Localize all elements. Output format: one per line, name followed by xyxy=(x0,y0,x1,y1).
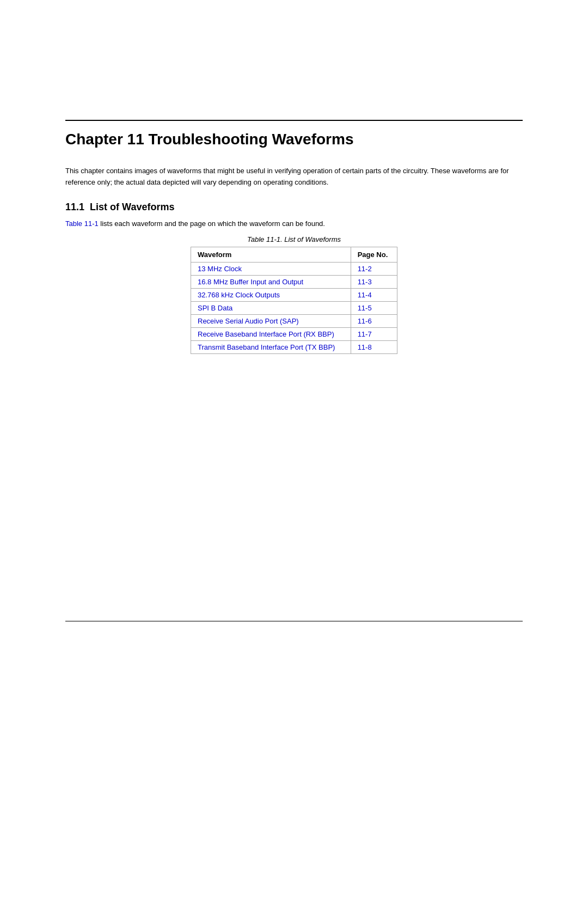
page-cell[interactable]: 11-6 xyxy=(351,314,397,327)
section-title: 11.1 List of Waveforms xyxy=(65,202,523,213)
waveform-cell[interactable]: SPI B Data xyxy=(191,301,351,314)
table-row: Receive Baseband Interface Port (RX BBP)… xyxy=(191,327,397,340)
page-cell[interactable]: 11-3 xyxy=(351,275,397,288)
waveforms-table: Waveform Page No. 13 MHz Clock11-216.8 M… xyxy=(191,247,397,354)
waveform-cell[interactable]: Receive Baseband Interface Port (RX BBP) xyxy=(191,327,351,340)
intro-text-after: lists each waveform and the page on whic… xyxy=(99,219,325,228)
table-header-row: Waveform Page No. xyxy=(191,247,397,262)
col-header-page: Page No. xyxy=(351,247,397,262)
chapter-intro: This chapter contains images of waveform… xyxy=(65,166,523,188)
waveform-cell[interactable]: 16.8 MHz Buffer Input and Output xyxy=(191,275,351,288)
table-row: 32.768 kHz Clock Outputs11-4 xyxy=(191,288,397,301)
table-caption: Table 11-1. List of Waveforms xyxy=(65,235,523,243)
section-intro-text: Table 11-1 lists each waveform and the p… xyxy=(65,219,523,228)
page-cell[interactable]: 11-5 xyxy=(351,301,397,314)
page-cell[interactable]: 11-8 xyxy=(351,340,397,353)
section-name: List of Waveforms xyxy=(90,202,174,212)
page-cell[interactable]: 11-4 xyxy=(351,288,397,301)
table-row: Receive Serial Audio Port (SAP)11-6 xyxy=(191,314,397,327)
waveform-cell[interactable]: Receive Serial Audio Port (SAP) xyxy=(191,314,351,327)
table-row: 16.8 MHz Buffer Input and Output11-3 xyxy=(191,275,397,288)
waveform-cell[interactable]: Transmit Baseband Interface Port (TX BBP… xyxy=(191,340,351,353)
waveform-cell[interactable]: 32.768 kHz Clock Outputs xyxy=(191,288,351,301)
chapter-divider xyxy=(65,120,523,121)
table-row: SPI B Data11-5 xyxy=(191,301,397,314)
bottom-divider xyxy=(65,621,523,621)
page-cell[interactable]: 11-7 xyxy=(351,327,397,340)
top-spacer xyxy=(65,0,523,120)
page-container: Chapter 11 Troubleshooting Waveforms Thi… xyxy=(0,0,588,909)
table-row: Transmit Baseband Interface Port (TX BBP… xyxy=(191,340,397,353)
chapter-title: Chapter 11 Troubleshooting Waveforms xyxy=(65,131,523,148)
section-number: 11.1 xyxy=(65,202,84,212)
table-link[interactable]: Table 11-1 xyxy=(65,219,99,228)
page-cell[interactable]: 11-2 xyxy=(351,262,397,275)
col-header-waveform: Waveform xyxy=(191,247,351,262)
waveform-cell[interactable]: 13 MHz Clock xyxy=(191,262,351,275)
table-row: 13 MHz Clock11-2 xyxy=(191,262,397,275)
bottom-spacer xyxy=(65,354,523,615)
